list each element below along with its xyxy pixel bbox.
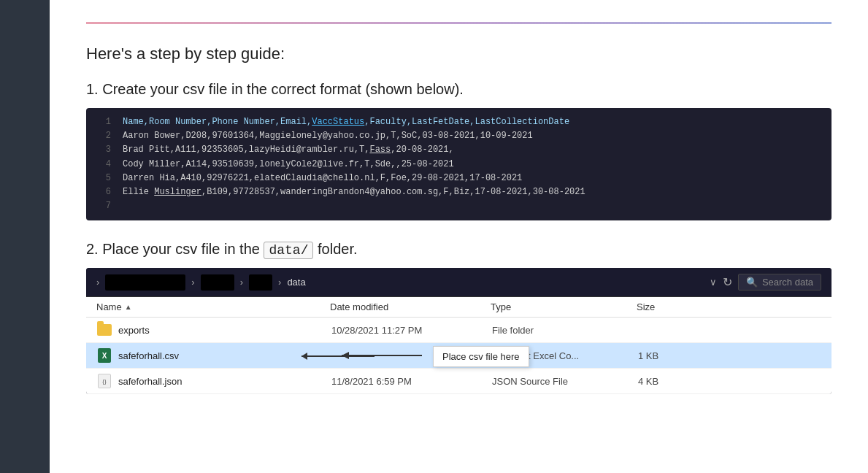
line-num-3: 3	[95, 143, 111, 157]
main-content: Here's a step by step guide: 1. Create y…	[50, 0, 868, 473]
file-type-json: JSON Source File	[492, 376, 638, 387]
line-num-6: 6	[95, 185, 111, 199]
step-1-number: 1.	[86, 81, 99, 97]
csv-content-2: Aaron Bower,D208,97601364,Maggielonely@y…	[123, 129, 533, 143]
step-1-text: Create your csv file in the correct form…	[102, 81, 464, 97]
explorer-rows: exports 10/28/2021 11:27 PM File folder …	[86, 318, 831, 394]
step-2-heading: 2. Place your csv file in the data/ fold…	[86, 241, 831, 258]
line-num-4: 4	[95, 158, 111, 172]
chevron-icon-2: ›	[191, 277, 194, 288]
csv-content-1: Name,Room Number,Phone Number,Email,Vacc…	[123, 115, 569, 129]
step-2: 2. Place your csv file in the data/ fold…	[86, 241, 831, 394]
guide-title: Here's a step by step guide:	[86, 45, 831, 64]
chevron-icon-3: ›	[240, 277, 243, 288]
line-num-7: 7	[95, 199, 111, 213]
csv-line-3: 3 Brad Pitt,A111,92353605,lazyHeidi@ramb…	[86, 143, 831, 157]
col-header-size[interactable]: Size	[637, 301, 695, 312]
csv-line-7: 7	[86, 199, 831, 213]
addr-segment-2[interactable]	[201, 274, 234, 291]
table-row[interactable]: {}​ safeforhall.json 11/8/2021 6:59 PM J…	[86, 369, 831, 394]
file-size-csv: 1 KB	[638, 350, 696, 361]
csv-line-2: 2 Aaron Bower,D208,97601364,Maggielonely…	[86, 129, 831, 143]
excel-icon: X	[96, 348, 112, 363]
addr-segment-1[interactable]	[105, 274, 185, 291]
json-icon: {}​	[96, 374, 112, 388]
line-num-2: 2	[95, 129, 111, 143]
svg-marker-1	[302, 353, 307, 360]
step-1: 1. Create your csv file in the correct f…	[86, 81, 831, 220]
line-num-1: 1	[95, 115, 111, 129]
explorer-search-box[interactable]: 🔍 Search data	[738, 274, 821, 291]
table-row[interactable]: X safeforhall.csv Microsoft Excel Co... …	[86, 343, 831, 369]
csv-line-6: 6 Ellie Muslinger,B109,97728537,wanderin…	[86, 185, 831, 199]
svg-marker-3	[342, 352, 349, 359]
table-row[interactable]: exports 10/28/2021 11:27 PM File folder	[86, 318, 831, 343]
addr-segment-3[interactable]	[249, 274, 272, 291]
step-2-text-before: Place your csv file in the	[102, 241, 260, 257]
csv-content-5: Darren Hia,A410,92976221,elatedClaudia@c…	[123, 172, 522, 185]
csv-line-5: 5 Darren Hia,A410,92976221,elatedClaudia…	[86, 172, 831, 185]
file-explorer: › › › › data ∨ ↻ 🔍 Search data Name	[86, 268, 831, 394]
csv-content-6: Ellie Muslinger,B109,97728537,wanderingB…	[123, 185, 585, 199]
left-arrow-indicator	[334, 347, 429, 364]
search-icon: 🔍	[746, 277, 758, 288]
step-2-inline-code: data/	[264, 242, 313, 259]
col-header-name[interactable]: Name ▲	[96, 301, 330, 312]
chevron-icon-4: ›	[278, 277, 281, 288]
step-2-number: 2.	[86, 241, 99, 257]
top-border	[86, 22, 831, 24]
addr-folder: data	[287, 277, 305, 288]
csv-block: 1 Name,Room Number,Phone Number,Email,Va…	[86, 108, 831, 220]
col-header-type[interactable]: Type	[491, 301, 637, 312]
chevron-icon-1: ›	[96, 277, 99, 288]
line-num-5: 5	[95, 172, 111, 185]
col-header-date[interactable]: Date modified	[330, 301, 491, 312]
dropdown-icon[interactable]: ∨	[710, 277, 717, 288]
file-date-exports: 10/28/2021 11:27 PM	[331, 325, 492, 336]
folder-icon	[96, 323, 112, 337]
file-type-exports: File folder	[492, 325, 638, 336]
csv-line-4: 4 Cody Miller,A114,93510639,lonelyCole2@…	[86, 158, 831, 172]
file-date-json: 11/8/2021 6:59 PM	[331, 376, 492, 387]
file-name-exports: exports	[118, 325, 331, 336]
csv-content-4: Cody Miller,A114,93510639,lonelyCole2@li…	[123, 158, 454, 172]
search-placeholder: Search data	[762, 277, 813, 288]
sidebar	[0, 0, 50, 473]
file-size-json: 4 KB	[638, 376, 696, 387]
csv-content-3: Brad Pitt,A111,92353605,lazyHeidi@ramble…	[123, 143, 454, 157]
sort-arrow-name: ▲	[125, 303, 132, 311]
tooltip-place-csv: Place csv file here	[433, 346, 529, 367]
step-2-text-after: folder.	[318, 241, 357, 257]
explorer-addressbar: › › › › data ∨ ↻ 🔍 Search data	[86, 268, 831, 297]
file-name-json: safeforhall.json	[118, 376, 331, 387]
csv-line-1: 1 Name,Room Number,Phone Number,Email,Va…	[86, 115, 831, 129]
refresh-icon[interactable]: ↻	[723, 275, 732, 289]
file-name-csv: safeforhall.csv	[118, 350, 331, 361]
step-1-heading: 1. Create your csv file in the correct f…	[86, 81, 831, 98]
explorer-column-headers: Name ▲ Date modified Type Size	[86, 297, 831, 318]
